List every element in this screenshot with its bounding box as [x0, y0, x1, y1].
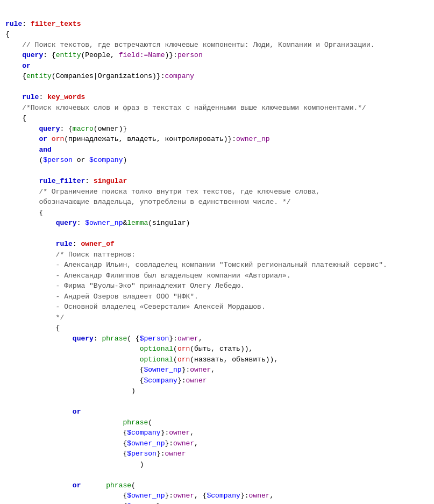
var-person-4: $person	[127, 502, 156, 505]
var-person-3: $person	[127, 450, 156, 458]
optional-func-2: optional	[140, 356, 173, 364]
comment-1: // Поиск текстов, где встречаются ключев…	[22, 41, 374, 49]
comment-6: - Александр Ильин, совладелец компании "…	[5, 261, 387, 269]
label-owner-4: owner	[169, 429, 190, 437]
comment-8: - Фирма "Вуолы-Эко" принадлежит Олегу Ле…	[5, 282, 245, 290]
label-owner-2: owner	[190, 366, 211, 374]
label-person: person	[177, 51, 203, 59]
keyword-query: query	[22, 51, 43, 59]
keyword-rule-2: rule	[22, 93, 39, 101]
orn-func-2: orn	[177, 345, 190, 353]
var-company: $company	[89, 156, 123, 164]
optional-func-1: optional	[140, 345, 173, 353]
label-owner-3: owner	[186, 377, 207, 385]
comment-9: - Андрей Озеров владеет ООО "НФК".	[5, 293, 198, 301]
keyword-and: and	[39, 146, 51, 154]
orn-func-3: orn	[177, 356, 190, 364]
macro-owner: macro	[73, 125, 94, 133]
var-company-4: $company	[207, 492, 240, 500]
lemma-func: lemma	[127, 219, 148, 227]
rule-name-key-words: key_words	[47, 93, 85, 101]
var-owner-np: $owner_np	[85, 219, 123, 227]
label-owner-7: owner	[173, 492, 194, 500]
label-owner-5: owner	[173, 439, 194, 448]
orn-func: orn	[52, 135, 64, 143]
var-company-3: $company	[127, 429, 160, 437]
keyword-or-1: or	[22, 62, 31, 70]
label-owner-8: owner	[249, 492, 270, 500]
label-company: company	[165, 72, 194, 80]
entity-people: entity	[56, 51, 81, 59]
field-name: field:=Name	[119, 51, 165, 59]
keyword-rule-filter: rule_filter	[39, 177, 85, 185]
phrase-func-1: phrase	[102, 335, 127, 343]
phrase-func-3: phrase	[106, 481, 131, 489]
var-owner-np-4: $owner_np	[127, 492, 165, 500]
label-owner-1: owner	[177, 335, 198, 343]
keyword-or-4: or	[73, 481, 81, 489]
keyword-or-3: or	[73, 408, 81, 416]
rule-name-filter-texts: filter_texts	[31, 20, 81, 28]
var-person: $person	[43, 156, 73, 164]
phrase-func-2: phrase	[123, 418, 148, 427]
comment-2: /*Поиск ключевых слов и фраз в текстах с…	[22, 104, 366, 112]
keyword-query-3: query	[56, 219, 77, 227]
label-owner-6: owner	[165, 450, 186, 458]
rule-name-owner-of: owner_of	[81, 240, 114, 248]
var-company-2: $company	[144, 377, 177, 385]
rule-filter-singular: singular	[94, 177, 127, 185]
var-person-2: $person	[140, 335, 169, 343]
keyword-query-2: query	[39, 125, 60, 133]
comment-5: /* Поиск паттернов:	[56, 251, 136, 259]
comment-10: - Основной владелец «Северстали» Алексей…	[5, 303, 266, 311]
comment-3: /* Ограничение поиска толко внутри тех т…	[39, 188, 320, 196]
comment-4: обозначающие владельца, употреблены в ед…	[5, 198, 291, 206]
code-editor: rule: filter_texts { // Поиск текстов, г…	[0, 5, 434, 504]
comment-7: - Александр Филиппов был владельцем комп…	[5, 272, 291, 280]
label-owner-9: owner	[165, 502, 186, 505]
keyword-query-4: query	[73, 335, 94, 343]
keyword-rule: rule	[5, 20, 22, 28]
entity-companies: entity	[26, 72, 52, 80]
label-owner-np: owner_np	[236, 135, 269, 143]
var-owner-np-2: $owner_np	[144, 366, 181, 374]
var-owner-np-3: $owner_np	[127, 439, 165, 448]
keyword-or-2: or	[39, 135, 47, 143]
keyword-rule-3: rule	[56, 240, 73, 248]
comment-11: */	[5, 314, 64, 322]
